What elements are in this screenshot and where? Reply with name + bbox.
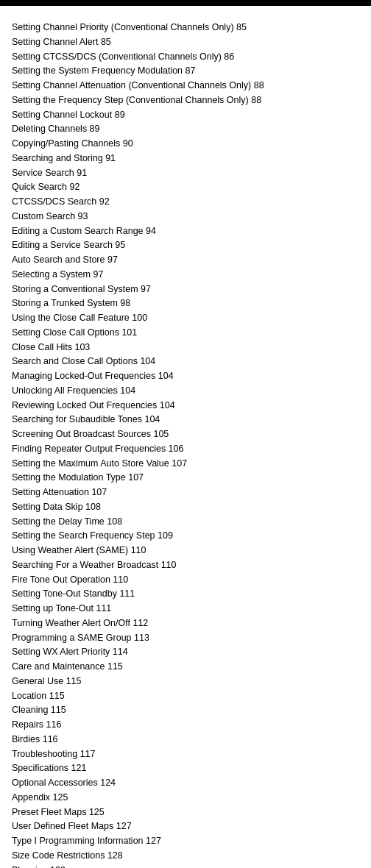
toc-line: Deleting Channels 89	[12, 122, 359, 137]
toc-line: Repairs 116	[12, 718, 359, 733]
toc-line: Selecting a System 97	[12, 268, 359, 282]
toc-line: Troubleshooting 117	[12, 747, 359, 762]
toc-line: Copying/Pasting Channels 90	[12, 137, 359, 152]
toc-line: Type I Programming Information 127	[12, 834, 359, 849]
toc-line: Optional Accessories 124	[12, 776, 359, 791]
toc-line: Search and Close Call Options 104	[12, 355, 359, 369]
toc-line: Storing a Trunked System 98	[12, 296, 359, 311]
toc-line: CTCSS/DCS Search 92	[12, 195, 359, 210]
toc-line: Setting the Frequency Step (Conventional…	[12, 93, 359, 108]
toc-line: Setting Data Skip 108	[12, 500, 359, 515]
toc-line: Setting Channel Lockout 89	[12, 108, 359, 123]
toc-line: Auto Search and Store 97	[12, 253, 359, 268]
toc-line: Setting Channel Attenuation (Conventiona…	[12, 79, 359, 93]
toc-line: Planning 129	[12, 864, 359, 869]
toc-line: Using Weather Alert (SAME) 110	[12, 544, 359, 558]
toc-line: Quick Search 92	[12, 180, 359, 195]
top-bar	[0, 0, 371, 6]
toc-line: Setting the Delay Time 108	[12, 515, 359, 530]
toc-content: Setting Channel Priority (Conventional C…	[0, 15, 371, 868]
toc-line: Setting Close Call Options 101	[12, 326, 359, 341]
toc-line: Setting Channel Priority (Conventional C…	[12, 21, 359, 35]
toc-line: Screening Out Broadcast Sources 105	[12, 427, 359, 442]
toc-line: Close Call Hits 103	[12, 341, 359, 355]
toc-line: General Use 115	[12, 675, 359, 689]
toc-line: User Defined Fleet Maps 127	[12, 819, 359, 834]
toc-line: Unlocking All Frequencies 104	[12, 384, 359, 399]
toc-line: Birdies 116	[12, 733, 359, 747]
toc-line: Programming a SAME Group 113	[12, 631, 359, 646]
toc-line: Editing a Service Search 95	[12, 238, 359, 253]
toc-line: Appendix 125	[12, 791, 359, 805]
toc-line: Size Code Restrictions 128	[12, 849, 359, 864]
toc-line: Setting the Search Frequency Step 109	[12, 529, 359, 544]
toc-line: Setting WX Alert Priority 114	[12, 645, 359, 660]
toc-line: Cleaning 115	[12, 703, 359, 718]
toc-line: Turning Weather Alert On/Off 112	[12, 616, 359, 631]
toc-line: Setting Attenuation 107	[12, 485, 359, 500]
toc-line: Setting up Tone-Out 111	[12, 602, 359, 616]
toc-line: Preset Fleet Maps 125	[12, 805, 359, 820]
toc-line: Setting the System Frequency Modulation …	[12, 64, 359, 79]
toc-line: Specifications 121	[12, 761, 359, 776]
toc-line: Setting the Modulation Type 107	[12, 471, 359, 485]
toc-line: Storing a Conventional System 97	[12, 282, 359, 297]
toc-line: Service Search 91	[12, 166, 359, 181]
toc-line: Setting Tone-Out Standby 111	[12, 587, 359, 602]
toc-line: Managing Locked-Out Frequencies 104	[12, 369, 359, 384]
toc-line: Searching and Storing 91	[12, 152, 359, 166]
toc-line: Location 115	[12, 689, 359, 704]
toc-line: Setting Channel Alert 85	[12, 35, 359, 50]
toc-line: Fire Tone Out Operation 110	[12, 573, 359, 588]
toc-line: Setting CTCSS/DCS (Conventional Channels…	[12, 50, 359, 65]
toc-line: Finding Repeater Output Frequencies 106	[12, 442, 359, 457]
toc-line: Care and Maintenance 115	[12, 660, 359, 675]
toc-line: Using the Close Call Feature 100	[12, 311, 359, 326]
toc-line: Reviewing Locked Out Frequencies 104	[12, 399, 359, 413]
toc-line: Searching For a Weather Broadcast 110	[12, 558, 359, 573]
toc-line: Editing a Custom Search Range 94	[12, 224, 359, 239]
toc-line: Searching for Subaudible Tones 104	[12, 413, 359, 427]
toc-line: Custom Search 93	[12, 210, 359, 224]
toc-line: Setting the Maximum Auto Store Value 107	[12, 457, 359, 472]
